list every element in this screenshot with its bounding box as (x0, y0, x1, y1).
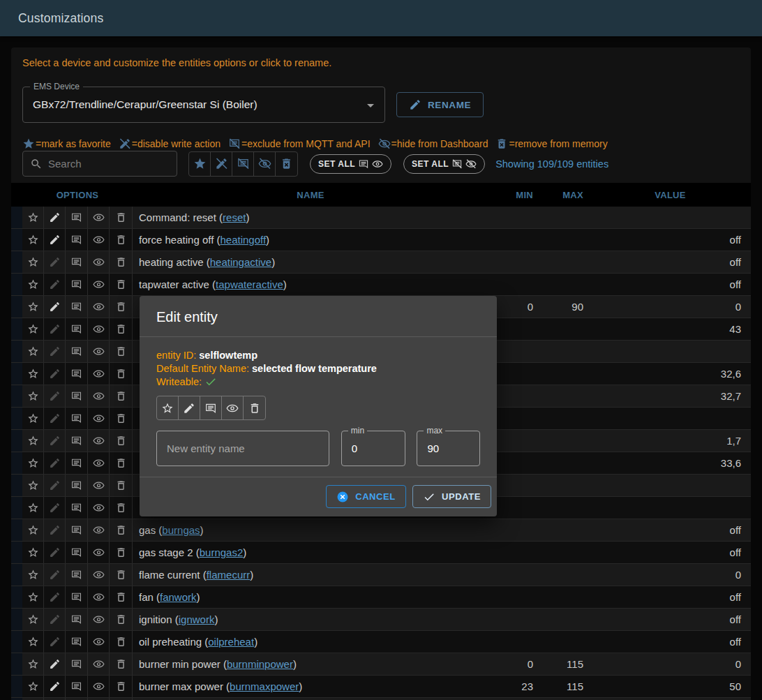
delete-button[interactable] (110, 676, 133, 697)
ems-device-select[interactable]: EMS Device GBx72/Trendline/Cerapur/Green… (22, 87, 385, 123)
visibility-button[interactable] (88, 586, 110, 608)
favorite-button[interactable] (22, 452, 44, 474)
delete-button[interactable] (110, 385, 133, 407)
table-row[interactable]: ignition (ignwork)off (11, 609, 751, 631)
dialog-disable-write-button[interactable] (179, 396, 200, 419)
edit-entity-button[interactable] (44, 653, 66, 675)
exclude-mqtt-button[interactable] (66, 542, 88, 563)
exclude-mqtt-button[interactable] (66, 296, 88, 318)
visibility-button[interactable] (88, 676, 110, 697)
table-row[interactable]: heating active (heatingactive)off (11, 251, 751, 274)
delete-button[interactable] (110, 251, 133, 273)
dialog-visibility-button[interactable] (222, 396, 244, 419)
favorite-button[interactable] (22, 408, 44, 429)
dialog-favorite-button[interactable] (157, 396, 179, 419)
exclude-mqtt-button[interactable] (66, 207, 88, 228)
favorite-button[interactable] (22, 274, 44, 295)
edit-entity-button[interactable] (44, 363, 66, 385)
toggle-disable-write-button[interactable] (211, 152, 232, 176)
exclude-mqtt-button[interactable] (66, 385, 88, 407)
favorite-button[interactable] (22, 341, 44, 362)
favorite-button[interactable] (22, 385, 44, 407)
exclude-mqtt-button[interactable] (66, 497, 88, 519)
entity-id-link[interactable]: fanwork (160, 591, 197, 603)
entity-id-link[interactable]: burngas (162, 524, 200, 536)
delete-button[interactable] (110, 452, 133, 474)
exclude-mqtt-button[interactable] (66, 475, 88, 496)
visibility-button[interactable] (88, 653, 110, 675)
entity-id-link[interactable]: burngas2 (200, 546, 244, 558)
delete-button[interactable] (110, 475, 133, 496)
exclude-mqtt-button[interactable] (66, 564, 88, 586)
edit-entity-button[interactable] (44, 274, 66, 295)
edit-entity-button[interactable] (44, 564, 66, 586)
delete-button[interactable] (110, 586, 133, 608)
exclude-mqtt-button[interactable] (66, 586, 88, 608)
favorite-button[interactable] (22, 363, 44, 385)
visibility-button[interactable] (88, 341, 110, 362)
visibility-button[interactable] (88, 452, 110, 474)
entity-id-link[interactable]: heatingoff (220, 234, 266, 246)
edit-entity-button[interactable] (44, 430, 66, 452)
exclude-mqtt-button[interactable] (66, 363, 88, 385)
visibility-button[interactable] (88, 564, 110, 586)
visibility-button[interactable] (88, 475, 110, 496)
max-input[interactable] (417, 442, 479, 454)
entity-id-link[interactable]: reset (223, 211, 246, 223)
delete-button[interactable] (110, 653, 133, 675)
exclude-mqtt-button[interactable] (66, 676, 88, 697)
exclude-mqtt-button[interactable] (66, 609, 88, 630)
favorite-button[interactable] (22, 229, 44, 251)
edit-entity-button[interactable] (44, 586, 66, 608)
visibility-button[interactable] (88, 385, 110, 407)
favorite-button[interactable] (22, 653, 44, 675)
visibility-button[interactable] (88, 207, 110, 228)
edit-entity-button[interactable] (44, 251, 66, 273)
exclude-mqtt-button[interactable] (66, 452, 88, 474)
table-row[interactable]: fan (fanwork)off (11, 586, 751, 609)
favorite-button[interactable] (22, 609, 44, 630)
delete-button[interactable] (110, 542, 133, 563)
visibility-button[interactable] (88, 497, 110, 519)
favorite-button[interactable] (22, 497, 44, 519)
favorite-button[interactable] (22, 296, 44, 318)
new-entity-name-input[interactable] (157, 442, 329, 454)
visibility-button[interactable] (88, 542, 110, 563)
favorite-button[interactable] (22, 318, 44, 340)
table-row[interactable]: oil preheating (oilpreheat)off (11, 631, 751, 653)
visibility-button[interactable] (88, 274, 110, 295)
toggle-exclude-mqtt-button[interactable] (232, 152, 254, 176)
edit-entity-button[interactable] (44, 497, 66, 519)
delete-button[interactable] (110, 631, 133, 653)
table-row[interactable]: gas (burngas)off (11, 519, 751, 542)
delete-button[interactable] (110, 430, 133, 452)
entity-id-link[interactable]: burnmaxpower (230, 680, 299, 692)
min-input[interactable] (342, 442, 405, 454)
edit-entity-button[interactable] (44, 609, 66, 630)
table-row[interactable]: burner min power (burnminpower)01150 (11, 653, 751, 676)
edit-entity-button[interactable] (44, 385, 66, 407)
cancel-button[interactable]: CANCEL (326, 485, 406, 508)
visibility-button[interactable] (88, 251, 110, 273)
rename-button[interactable]: RENAME (396, 92, 484, 117)
toggle-remove-memory-button[interactable] (276, 152, 297, 176)
dialog-exclude-mqtt-button[interactable] (200, 396, 222, 419)
visibility-button[interactable] (88, 296, 110, 318)
table-row[interactable]: flame current (flamecurr)0 (11, 564, 751, 586)
favorite-button[interactable] (22, 430, 44, 452)
edit-entity-button[interactable] (44, 408, 66, 429)
delete-button[interactable] (110, 229, 133, 251)
edit-entity-button[interactable] (44, 229, 66, 251)
edit-entity-button[interactable] (44, 676, 66, 697)
table-row[interactable]: burner max power (burnmaxpower)2311550 (11, 676, 751, 698)
delete-button[interactable] (110, 609, 133, 630)
delete-button[interactable] (110, 519, 133, 541)
delete-button[interactable] (110, 274, 133, 295)
visibility-button[interactable] (88, 229, 110, 251)
favorite-button[interactable] (22, 207, 44, 228)
edit-entity-button[interactable] (44, 207, 66, 228)
table-row[interactable]: gas stage 2 (burngas2)off (11, 542, 751, 564)
exclude-mqtt-button[interactable] (66, 430, 88, 452)
visibility-button[interactable] (88, 430, 110, 452)
edit-entity-button[interactable] (44, 452, 66, 474)
